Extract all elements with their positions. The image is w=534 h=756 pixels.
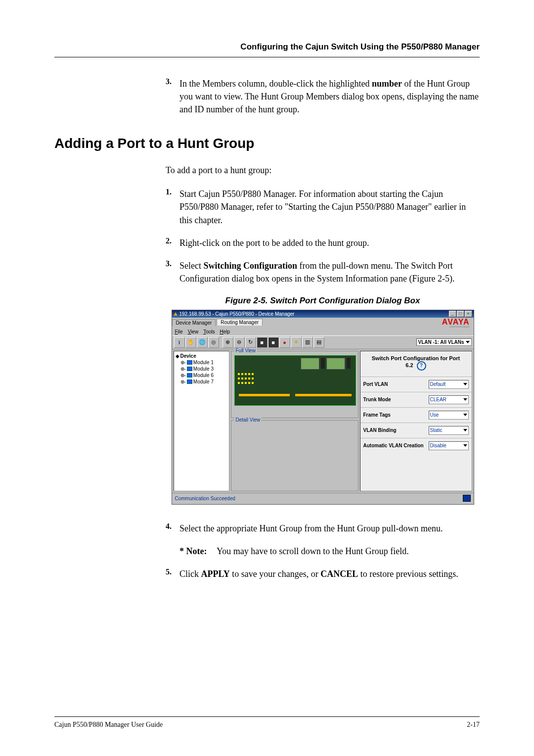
text-frag: In the Members column, double-click the … xyxy=(179,79,372,89)
cfg-value: Disable xyxy=(430,443,446,448)
config-panel: Switch Port Configuration for Port 6.2 ?… xyxy=(360,351,472,491)
tab-routing-manager[interactable]: Routing Manager xyxy=(217,319,263,326)
note-label: * Note: xyxy=(179,545,217,558)
window-titlebar: 192.168.99.53 - Cajun P550/P880 - Device… xyxy=(172,310,474,318)
step-number: 3. xyxy=(166,77,179,116)
page-footer: Cajun P550/P880 Manager User Guide 2-17 xyxy=(54,716,480,729)
module-icon xyxy=(187,360,192,365)
cfg-label: Port VLAN xyxy=(363,381,429,387)
cfg-row-auto-vlan: Automatic VLAN Creation Disable xyxy=(360,438,472,453)
chevron-down-icon xyxy=(466,341,470,343)
chevron-down-icon xyxy=(463,429,467,431)
text-frag: Click xyxy=(179,569,201,579)
module-graphic[interactable] xyxy=(301,358,319,370)
toolbar-refresh-icon[interactable]: ↻ xyxy=(245,337,256,348)
full-view-label: Full View xyxy=(234,348,257,353)
toolbar-sun-icon[interactable]: ☀ xyxy=(291,337,302,348)
tree-expand-icon[interactable]: ⊕- xyxy=(180,366,186,372)
module-conn-icon xyxy=(347,358,351,369)
toolbar-record-icon[interactable]: ● xyxy=(279,337,290,348)
cfg-select-port-vlan[interactable]: Default xyxy=(429,380,469,389)
tree-item[interactable]: Module 6 xyxy=(193,373,214,378)
text-bold: APPLY xyxy=(201,569,230,579)
module-icon xyxy=(187,367,192,371)
menu-file[interactable]: File xyxy=(175,329,183,334)
module-conn-icon xyxy=(321,358,325,369)
step-text: Select Switching Configuration from the … xyxy=(179,259,480,285)
maximize-button[interactable]: □ xyxy=(457,311,464,317)
chevron-down-icon xyxy=(463,414,467,416)
step-number: 3. xyxy=(166,259,179,285)
toolbar-split2-icon[interactable]: ▤ xyxy=(313,337,324,348)
tree-expand-icon[interactable]: ⊕- xyxy=(180,379,186,384)
module-icon xyxy=(187,373,192,378)
text-bold: Switching Configuration xyxy=(203,261,297,271)
cfg-select-auto-vlan[interactable]: Disable xyxy=(429,441,469,450)
cfg-select-frame-tags[interactable]: Use xyxy=(429,411,469,420)
step-4: 4. Select the appropriate Hunt Group fro… xyxy=(166,522,480,535)
toolbar-zoom-in-icon[interactable]: ⊕ xyxy=(222,337,233,348)
minimize-button[interactable]: _ xyxy=(449,311,456,317)
chevron-down-icon xyxy=(463,398,467,401)
text-bold: number xyxy=(372,79,402,89)
step-number: 4. xyxy=(166,522,179,535)
close-button[interactable]: × xyxy=(465,311,472,317)
menu-help[interactable]: Help xyxy=(220,329,230,334)
toolbar-zoom-out-icon[interactable]: ⊖ xyxy=(234,337,245,348)
step-text: In the Members column, double-click the … xyxy=(179,77,480,116)
screenshot-dialog: 192.168.99.53 - Cajun P550/P880 - Device… xyxy=(172,310,474,505)
toolbar-btn2-icon[interactable]: ■ xyxy=(268,337,279,348)
ports-row[interactable] xyxy=(239,394,352,396)
cfg-value: Use xyxy=(430,412,439,418)
header-rule xyxy=(54,57,480,57)
step-1: 1. Start Cajun P550/P880 Manager. For in… xyxy=(166,188,480,226)
text-frag: to save your changes, or xyxy=(230,569,320,579)
status-text: Communication Succeeded xyxy=(175,496,235,501)
module-graphic[interactable] xyxy=(326,358,345,370)
text-frag: to restore previous settings. xyxy=(358,569,458,579)
step-text: Start Cajun P550/P880 Manager. For infor… xyxy=(179,188,480,226)
intro-line: To add a port to a hunt group: xyxy=(166,164,480,177)
window-title: 192.168.99.53 - Cajun P550/P880 - Device… xyxy=(179,311,295,317)
cfg-select-vlan-binding[interactable]: Static xyxy=(429,426,469,435)
step-text: Right-click on the port to be added to t… xyxy=(179,236,480,249)
menu-view[interactable]: View xyxy=(188,329,199,334)
toolbar-target-icon[interactable]: ◎ xyxy=(208,337,219,348)
step-5: 5. Click APPLY to save your changes, or … xyxy=(166,567,480,580)
tree-expand-icon[interactable]: ⊕- xyxy=(180,360,186,365)
tree-item[interactable]: Module 7 xyxy=(193,379,214,384)
device-tree[interactable]: ◆ Device ⊕- Module 1 ⊕- Module 3 ⊕- Modu… xyxy=(174,351,229,491)
step-number: 2. xyxy=(166,236,179,249)
help-icon[interactable]: ? xyxy=(417,361,426,371)
text-frag: Select xyxy=(179,261,203,271)
note: * Note: You may have to scroll down to t… xyxy=(179,545,480,558)
cfg-row-port-vlan: Port VLAN Default xyxy=(360,377,472,392)
tree-expand-icon[interactable]: ⊕- xyxy=(180,373,186,378)
menu-tools[interactable]: Tools xyxy=(203,329,215,334)
note-text: You may have to scroll down to the Hunt … xyxy=(217,545,409,558)
toolbar-sep xyxy=(220,337,222,347)
tree-item[interactable]: Module 1 xyxy=(193,360,214,365)
cfg-label: Frame Tags xyxy=(363,412,429,418)
tree-root[interactable]: Device xyxy=(180,353,196,359)
tab-device-manager[interactable]: Device Manager xyxy=(172,319,216,326)
full-view-panel: Full View xyxy=(231,351,358,418)
toolbar-info-icon[interactable]: i xyxy=(174,337,185,348)
toolbar-hand-icon[interactable]: ✋ xyxy=(185,337,196,348)
toolbar-split1-icon[interactable]: ▥ xyxy=(302,337,313,348)
cfg-value: Default xyxy=(430,381,446,387)
vlan-selector[interactable]: VLAN -1: All VLANs xyxy=(416,338,472,346)
cfg-select-trunk-mode[interactable]: CLEAR xyxy=(429,395,469,404)
running-header: Configuring the Cajun Switch Using the P… xyxy=(54,42,480,52)
toolbar: i ✋ 🌐 ◎ ⊕ ⊖ ↻ ■ ■ ● ☀ ▥ ▤ VLAN xyxy=(172,335,474,349)
toolbar-btn1-icon[interactable]: ■ xyxy=(257,337,267,348)
step-2: 2. Right-click on the port to be added t… xyxy=(166,236,480,249)
tree-item[interactable]: Module 3 xyxy=(193,366,214,372)
tree-expand-icon[interactable]: ◆ xyxy=(176,353,179,359)
config-title-line1: Switch Port Configuration for Port xyxy=(363,355,469,361)
module-icon xyxy=(187,379,192,384)
app-icon xyxy=(174,312,178,316)
chassis-graphic[interactable] xyxy=(234,355,356,406)
section-heading: Adding a Port to a Hunt Group xyxy=(54,136,480,151)
toolbar-globe-icon[interactable]: 🌐 xyxy=(197,337,208,348)
